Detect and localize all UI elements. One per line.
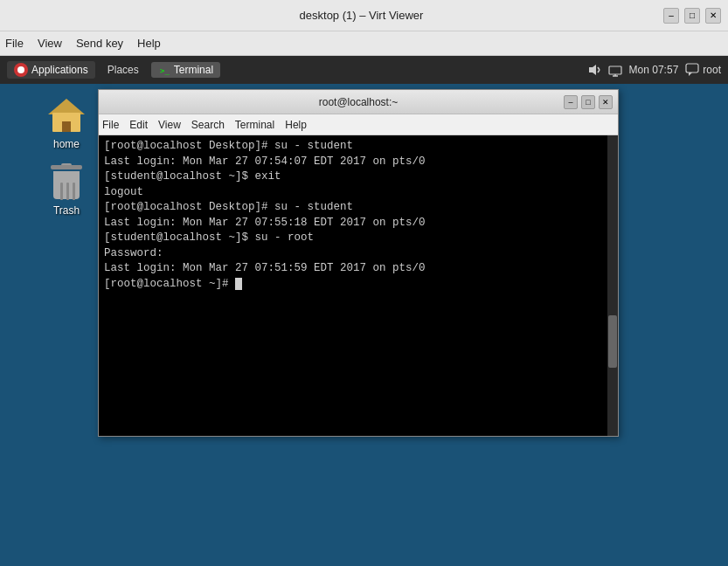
virt-menu-sendkey[interactable]: Send key — [76, 37, 123, 50]
terminal-button[interactable]: >_ Terminal — [151, 62, 220, 78]
terminal-menu-search[interactable]: Search — [191, 119, 225, 131]
terminal-cursor — [235, 278, 242, 290]
terminal-maximize-button[interactable]: □ — [581, 95, 595, 109]
terminal-wm-buttons: – □ ✕ — [564, 95, 613, 109]
clock[interactable]: Mon 07:57 — [629, 64, 679, 76]
terminal-scrollbar-thumb[interactable] — [608, 315, 617, 368]
user-button[interactable]: root — [685, 63, 721, 77]
terminal-title: root@localhost:~ — [153, 96, 564, 108]
svg-rect-6 — [609, 66, 621, 74]
gnome-topbar: Applications Places >_ Terminal Mon 07:5… — [0, 56, 728, 84]
terminal-minimize-button[interactable]: – — [564, 95, 578, 109]
terminal-icon: >_ — [158, 64, 170, 76]
gnome-right-section: Mon 07:57 root — [587, 63, 721, 77]
virt-menu-view[interactable]: View — [38, 37, 62, 50]
applications-label: Applications — [31, 64, 88, 76]
svg-marker-3 — [589, 65, 596, 75]
terminal-menu-terminal[interactable]: Terminal — [235, 119, 274, 131]
svg-text:>_: >_ — [160, 66, 170, 75]
virt-menu-help[interactable]: Help — [137, 37, 161, 50]
virt-viewer-menubar: File View Send key Help — [0, 31, 728, 56]
terminal-btn-label: Terminal — [174, 64, 213, 76]
applications-icon — [14, 63, 28, 77]
terminal-close-button[interactable]: ✕ — [599, 95, 613, 109]
trash-icon[interactable]: Trash — [35, 161, 98, 217]
user-label: root — [703, 64, 721, 76]
terminal-menu-edit[interactable]: Edit — [129, 119, 148, 131]
gnome-left-section: Applications Places >_ Terminal — [7, 61, 220, 79]
trash-folder-icon — [45, 161, 87, 203]
terminal-scrollbar[interactable] — [607, 135, 618, 436]
virt-viewer-controls: – □ ✕ — [663, 8, 721, 24]
virt-close-button[interactable]: ✕ — [705, 8, 721, 24]
virt-minimize-button[interactable]: – — [663, 8, 679, 24]
virt-viewer-titlebar: desktop (1) – Virt Viewer – □ ✕ — [0, 0, 728, 31]
trash-label: Trash — [53, 204, 80, 217]
terminal-menu-view[interactable]: View — [158, 119, 181, 131]
terminal-output: [root@localhost Desktop]# su - student L… — [104, 139, 613, 292]
terminal-titlebar: root@localhost:~ – □ ✕ — [99, 90, 618, 114]
virt-maximize-button[interactable]: □ — [684, 8, 700, 24]
terminal-menu-file[interactable]: File — [102, 119, 119, 131]
home-folder-icon — [45, 94, 87, 136]
svg-point-0 — [17, 66, 24, 73]
svg-line-5 — [598, 70, 600, 72]
desktop: home Trash root@ — [0, 84, 728, 566]
user-icon — [685, 63, 699, 77]
svg-line-4 — [598, 67, 600, 70]
volume-icon — [587, 63, 601, 77]
terminal-menu-help[interactable]: Help — [285, 119, 307, 131]
places-button[interactable]: Places — [102, 62, 144, 78]
home-label: home — [53, 138, 80, 150]
network-icon — [608, 63, 622, 77]
virt-viewer-title: desktop (1) – Virt Viewer — [59, 9, 663, 22]
home-icon[interactable]: home — [35, 94, 98, 150]
terminal-menubar: File Edit View Search Terminal Help — [99, 114, 618, 135]
terminal-window: root@localhost:~ – □ ✕ File Edit View Se… — [98, 89, 619, 437]
terminal-body[interactable]: [root@localhost Desktop]# su - student L… — [99, 135, 618, 436]
svg-rect-9 — [686, 64, 698, 72]
applications-button[interactable]: Applications — [7, 61, 95, 79]
virt-menu-file[interactable]: File — [5, 37, 24, 50]
